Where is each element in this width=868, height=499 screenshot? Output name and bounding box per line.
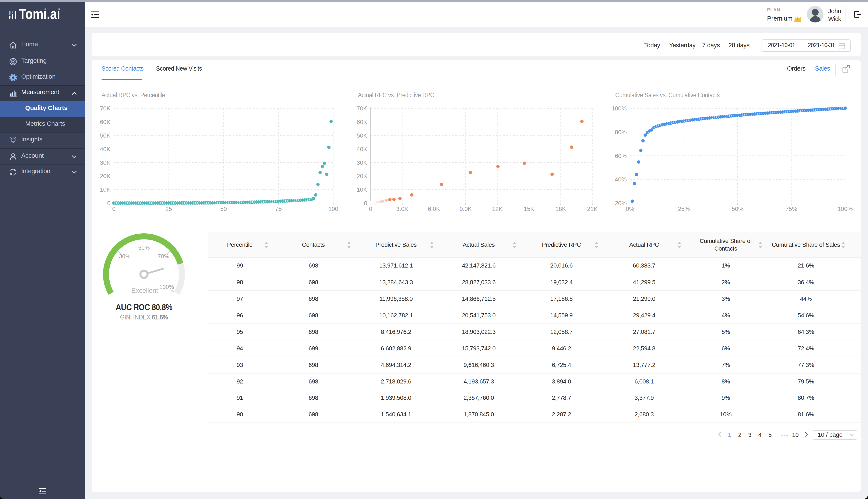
svg-text:75%: 75% xyxy=(785,206,797,212)
svg-text:20K: 20K xyxy=(357,173,367,179)
svg-text:100: 100 xyxy=(328,206,338,212)
svg-text:30K: 30K xyxy=(357,159,367,166)
svg-text:9.0K: 9.0K xyxy=(460,206,472,212)
svg-text:25: 25 xyxy=(166,206,172,212)
svg-text:0: 0 xyxy=(364,200,367,206)
svg-text:30K: 30K xyxy=(100,159,110,166)
svg-text:6.0K: 6.0K xyxy=(428,206,440,212)
svg-text:3.0K: 3.0K xyxy=(396,206,408,212)
svg-text:60%: 60% xyxy=(615,153,627,159)
svg-text:60K: 60K xyxy=(357,119,367,125)
svg-text:100%: 100% xyxy=(838,206,853,212)
svg-text:0: 0 xyxy=(369,206,372,212)
svg-text:30%: 30% xyxy=(119,253,131,259)
svg-text:25%: 25% xyxy=(678,206,690,212)
svg-text:10K: 10K xyxy=(357,186,367,193)
svg-text:21K: 21K xyxy=(587,206,598,212)
svg-text:10K: 10K xyxy=(100,186,110,193)
svg-text:100%: 100% xyxy=(159,284,174,290)
svg-text:75: 75 xyxy=(275,206,282,212)
svg-text:0: 0 xyxy=(107,200,110,206)
svg-text:70K: 70K xyxy=(357,105,367,112)
svg-text:15K: 15K xyxy=(524,206,534,212)
svg-text:40K: 40K xyxy=(357,146,367,153)
svg-text:50K: 50K xyxy=(100,132,110,139)
svg-text:50: 50 xyxy=(220,206,227,212)
svg-text:20%: 20% xyxy=(615,200,627,206)
svg-text:60K: 60K xyxy=(100,119,110,125)
svg-text:50%: 50% xyxy=(138,245,150,251)
svg-text:50%: 50% xyxy=(732,206,744,212)
svg-text:80%: 80% xyxy=(615,129,627,135)
svg-text:0%: 0% xyxy=(626,206,634,212)
svg-text:20K: 20K xyxy=(100,173,110,179)
svg-text:70%: 70% xyxy=(158,253,169,259)
svg-text:40K: 40K xyxy=(100,146,110,153)
svg-text:18K: 18K xyxy=(555,206,566,212)
svg-text:0: 0 xyxy=(112,206,115,212)
svg-text:50K: 50K xyxy=(357,132,367,139)
svg-text:12K: 12K xyxy=(492,206,503,212)
svg-text:100%: 100% xyxy=(611,105,627,112)
svg-text:70K: 70K xyxy=(100,105,110,112)
svg-text:40%: 40% xyxy=(615,176,627,183)
